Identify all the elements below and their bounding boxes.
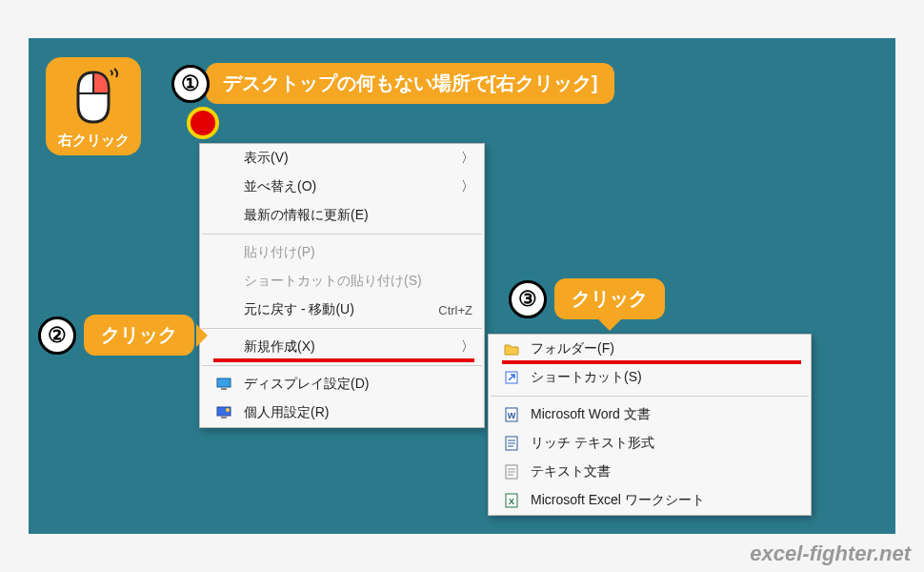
chevron-right-icon: 〉: [461, 150, 472, 167]
annotation-3-number: ③: [509, 280, 547, 318]
menu-item-shortcut[interactable]: ショートカット(S): [489, 363, 811, 392]
blank-icon: [213, 151, 234, 166]
blank-icon: [213, 274, 234, 289]
annotation-1: ① デスクトップの何もない場所で[右クリック]: [171, 63, 614, 104]
menu-item-shortcut: Ctrl+Z: [438, 303, 472, 317]
menu-item-excel[interactable]: X Microsoft Excel ワークシート: [489, 486, 811, 515]
menu-item-label: ディスプレイ設定(D): [244, 376, 472, 393]
menu-item-text[interactable]: テキスト文書: [489, 458, 811, 486]
menu-separator: [202, 365, 482, 366]
chevron-right-icon: 〉: [461, 178, 472, 195]
svg-rect-5: [221, 417, 227, 419]
personalize-icon: [213, 405, 234, 420]
new-submenu: フォルダー(F) ショートカット(S) W Microsoft Word 文書 …: [488, 334, 812, 516]
menu-item-new[interactable]: 新規作成(X) 〉: [200, 333, 484, 361]
menu-item-label: テキスト文書: [531, 463, 799, 480]
menu-item-word[interactable]: W Microsoft Word 文書: [489, 400, 811, 429]
annotation-1-text: デスクトップの何もない場所で[右クリック]: [206, 63, 614, 104]
menu-item-label: リッチ テキスト形式: [531, 435, 799, 452]
blank-icon: [213, 245, 234, 260]
menu-item-personalize[interactable]: 個人用設定(R): [200, 398, 484, 427]
annotation-2-number: ②: [38, 317, 76, 355]
desktop-context-menu: 表示(V) 〉 並べ替え(O) 〉 最新の情報に更新(E) 貼り付け(P) ショ…: [199, 143, 485, 428]
mouse-badge: 右クリック: [46, 57, 141, 155]
svg-rect-3: [221, 388, 227, 390]
menu-item-paste-shortcut: ショートカットの貼り付け(S): [200, 267, 484, 296]
menu-item-label: 並べ替え(O): [244, 178, 461, 195]
rtf-icon: [502, 436, 521, 451]
menu-item-label: 個人用設定(R): [244, 404, 472, 421]
menu-item-folder[interactable]: フォルダー(F): [489, 335, 811, 363]
menu-item-rtf[interactable]: リッチ テキスト形式: [489, 429, 811, 458]
svg-text:X: X: [509, 497, 514, 506]
watermark: excel-fighter.net: [750, 541, 911, 566]
svg-rect-2: [217, 378, 231, 387]
menu-separator: [202, 328, 482, 329]
menu-item-label: 貼り付け(P): [244, 244, 472, 261]
mouse-badge-label: 右クリック: [58, 132, 130, 150]
menu-item-label: 元に戻す - 移動(U): [244, 301, 438, 318]
text-file-icon: [502, 464, 521, 480]
menu-item-label: Microsoft Word 文書: [531, 406, 799, 423]
menu-item-label: 新規作成(X): [244, 338, 461, 356]
menu-item-label: 表示(V): [244, 150, 461, 167]
folder-icon: [502, 341, 521, 357]
menu-item-display-settings[interactable]: ディスプレイ設定(D): [200, 370, 484, 398]
menu-item-label: ショートカットの貼り付け(S): [244, 273, 472, 290]
menu-item-refresh[interactable]: 最新の情報に更新(E): [200, 201, 484, 230]
monitor-icon: [213, 377, 234, 392]
blank-icon: [213, 179, 234, 194]
chevron-right-icon: 〉: [461, 338, 472, 356]
blank-icon: [213, 208, 234, 223]
annotation-3: ③ クリック: [509, 278, 665, 319]
annotation-2: ② クリック: [38, 315, 211, 356]
word-icon: W: [502, 407, 521, 422]
blank-icon: [213, 339, 234, 355]
menu-item-label: ショートカット(S): [531, 369, 799, 386]
annotation-1-number: ①: [171, 65, 210, 103]
menu-item-label: フォルダー(F): [531, 340, 799, 358]
right-click-target-marker: [187, 107, 219, 139]
menu-item-undo[interactable]: 元に戻す - 移動(U) Ctrl+Z: [200, 296, 484, 324]
annotation-3-text: クリック: [554, 278, 665, 319]
menu-item-label: 最新の情報に更新(E): [244, 207, 472, 224]
blank-icon: [213, 302, 234, 317]
annotation-2-text: クリック: [84, 315, 194, 356]
menu-separator: [202, 234, 482, 235]
mouse-icon: [67, 67, 120, 128]
shortcut-icon: [502, 370, 521, 385]
menu-item-view[interactable]: 表示(V) 〉: [200, 144, 484, 173]
menu-separator: [491, 396, 809, 397]
menu-item-sort[interactable]: 並べ替え(O) 〉: [200, 173, 484, 201]
menu-item-label: Microsoft Excel ワークシート: [531, 492, 799, 509]
svg-text:W: W: [508, 411, 516, 420]
menu-item-paste: 貼り付け(P): [200, 238, 484, 267]
highlight-underline: [213, 358, 474, 362]
excel-icon: X: [502, 493, 521, 508]
svg-point-6: [226, 408, 230, 412]
